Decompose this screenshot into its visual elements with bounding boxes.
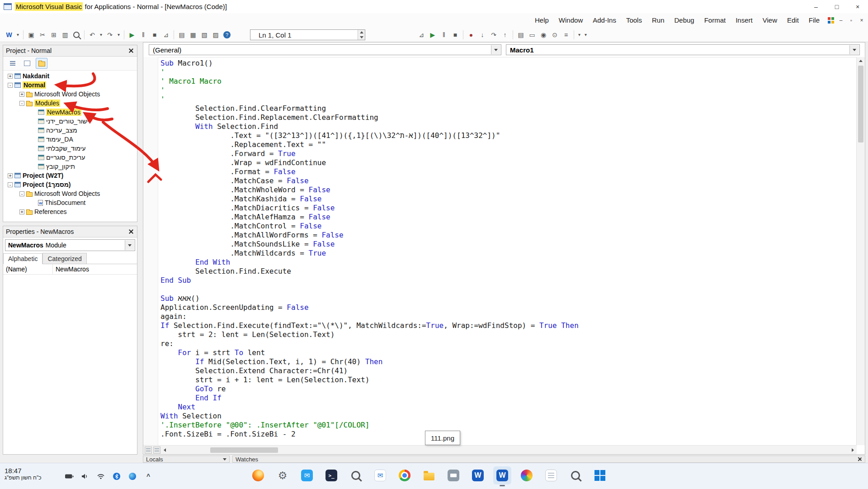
edge-icon[interactable] (127, 471, 137, 481)
chevron-down-icon[interactable] (849, 45, 859, 54)
save-icon[interactable]: ▣ (26, 29, 37, 40)
cut-icon[interactable]: ✂ (37, 29, 48, 40)
copy-icon[interactable]: ⊞ (48, 29, 59, 40)
tree-item[interactable]: -Modules (3, 99, 137, 108)
break-icon[interactable]: ‖ (439, 29, 449, 40)
code-editor[interactable]: Sub Macro1()'' Macro1 Macro'' Selection.… (158, 57, 857, 445)
horizontal-scrollbar[interactable] (143, 445, 857, 454)
word-icon[interactable]: W (469, 466, 487, 484)
tree-item[interactable]: +References (3, 207, 137, 216)
toggle-breakpoint-icon[interactable]: ● (466, 29, 476, 40)
toggle-folders-button[interactable] (36, 58, 47, 69)
watches-window-caption[interactable]: Watches (232, 456, 865, 463)
expand-plus-icon[interactable]: + (19, 92, 24, 97)
menu-run[interactable]: Run (647, 13, 670, 28)
chevron-down-icon[interactable] (491, 45, 500, 54)
file-explorer-icon[interactable] (420, 466, 438, 484)
magnifier-icon[interactable] (347, 466, 365, 484)
menu-insert[interactable]: Insert (731, 13, 758, 28)
bluetooth-icon[interactable] (112, 471, 122, 481)
settings-icon[interactable]: ⚙ (274, 466, 292, 484)
close-icon[interactable] (858, 457, 862, 461)
step-out-icon[interactable]: ↑ (500, 29, 510, 40)
maximize-button[interactable]: □ (826, 0, 847, 13)
tree-item[interactable]: +Nakdanit (3, 71, 137, 81)
host-app-word-icon[interactable]: W (4, 29, 14, 40)
tab-categorized[interactable]: Categorized (42, 253, 87, 264)
mail-icon[interactable]: ✉ (298, 466, 316, 484)
search-icon[interactable] (566, 466, 585, 484)
menu-help[interactable]: Help (530, 13, 554, 28)
vertical-scrollbar-thumb[interactable] (858, 66, 863, 142)
close-icon[interactable] (128, 47, 134, 54)
immediate-window-icon[interactable]: ▭ (527, 29, 538, 40)
tab-alphabetic[interactable]: Alphabetic (3, 253, 42, 264)
paste-icon[interactable]: ▥ (60, 29, 71, 40)
photos-icon[interactable] (518, 466, 536, 484)
procedure-dropdown[interactable]: Macro1 (506, 44, 860, 55)
tree-item[interactable]: ישור_טורים_ידני (3, 117, 137, 126)
property-value[interactable]: NewMacros (53, 266, 89, 273)
toolbox-icon[interactable]: ▨ (210, 29, 221, 40)
chrome-icon[interactable] (396, 466, 414, 484)
menu-edit[interactable]: Edit (782, 13, 804, 28)
design-mode-icon[interactable]: ⊿ (416, 29, 427, 40)
menu-format[interactable]: Format (699, 13, 731, 28)
close-icon[interactable] (128, 228, 134, 235)
redo-icon[interactable]: ↷ (104, 29, 115, 40)
close-button[interactable]: × (847, 0, 868, 13)
chevron-down-icon[interactable] (223, 458, 226, 461)
wifi-icon[interactable] (96, 471, 106, 481)
notepad-icon[interactable] (542, 466, 560, 484)
expand-plus-icon[interactable]: + (8, 74, 13, 79)
insert-object-dropdown[interactable]: ▾ (15, 29, 21, 40)
step-over-icon[interactable]: ↷ (488, 29, 499, 40)
breakpoint-margin[interactable] (143, 57, 158, 445)
project-panel-titlebar[interactable]: Project - Normal (3, 45, 137, 57)
help-icon[interactable]: ? (222, 29, 232, 40)
locals-window-caption[interactable]: Locals (143, 456, 230, 463)
reset-icon[interactable]: ■ (450, 29, 461, 40)
locals-window-icon[interactable]: ▤ (515, 29, 526, 40)
scroll-up-button[interactable] (859, 57, 863, 64)
taskbar-clock[interactable]: 18:47 כ"ח חשון תשפ"ג (5, 467, 41, 481)
chevron-up-icon[interactable]: ^ (143, 471, 153, 481)
call-stack-icon[interactable]: ≡ (561, 29, 571, 40)
tree-item[interactable]: +Microsoft Word Objects (3, 90, 137, 99)
start-icon[interactable] (591, 466, 609, 484)
menu-window[interactable]: Window (554, 13, 588, 28)
expand-plus-icon[interactable]: + (8, 173, 13, 178)
menu-view[interactable]: View (758, 13, 782, 28)
menu-file[interactable]: File (804, 13, 825, 28)
margin-split-button[interactable] (153, 446, 160, 454)
run-icon[interactable]: ▶ (127, 29, 137, 40)
tree-item[interactable]: עימוד_DA (3, 135, 137, 144)
scroll-left-button[interactable] (160, 448, 169, 452)
tree-item[interactable]: -Project (מסמך1) (3, 180, 137, 189)
project-explorer-icon[interactable]: ▤ (176, 29, 187, 40)
properties-panel-titlebar[interactable]: Properties - NewMacros (3, 226, 137, 237)
design-mode-icon[interactable]: ⊿ (160, 29, 171, 40)
toolbar-options-dropdown[interactable]: ▾ (583, 29, 589, 40)
terminal-icon[interactable]: >_ (322, 466, 340, 484)
undo-icon[interactable]: ↶ (87, 29, 98, 40)
minimize-button[interactable]: – (806, 0, 826, 13)
tree-item[interactable]: +Project (W2T) (3, 171, 137, 180)
tree-item[interactable]: מצב_עריכה (3, 126, 137, 135)
firefox-icon[interactable] (249, 466, 267, 484)
properties-window-icon[interactable]: ▦ (188, 29, 198, 40)
outlook-icon[interactable]: ✉ (371, 466, 389, 484)
word-active-icon[interactable]: W (493, 466, 511, 484)
expand-minus-icon[interactable]: - (19, 191, 24, 196)
battery-icon[interactable] (64, 471, 74, 481)
undo-dropdown[interactable]: ▾ (98, 29, 104, 40)
find-icon[interactable] (71, 29, 82, 40)
expand-minus-icon[interactable]: - (19, 101, 24, 106)
toolbar-options-dropdown[interactable]: ▾ (576, 29, 582, 40)
printer-icon[interactable] (444, 466, 462, 484)
mdi-restore-button[interactable]: ▫ (848, 16, 855, 24)
horizontal-scrollbar-thumb[interactable] (210, 447, 278, 453)
expand-minus-icon[interactable]: - (8, 182, 13, 187)
mdi-close-button[interactable]: × (858, 16, 865, 24)
tree-item[interactable]: תיקון_קובץ (3, 162, 137, 171)
